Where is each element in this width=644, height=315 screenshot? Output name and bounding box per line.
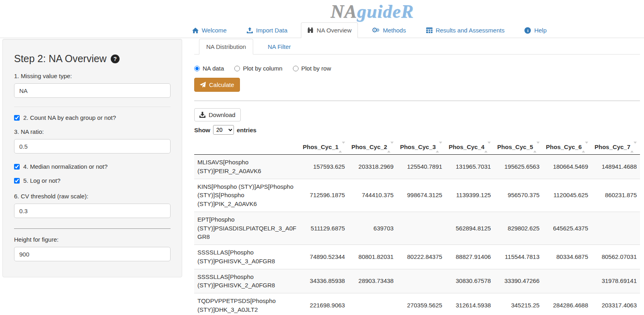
sort-asc-icon [630,143,634,152]
logo-text-guider: guideR [357,1,414,22]
value-cell: 131965.7031 [445,155,494,179]
sort-carets-icon[interactable] [339,143,345,150]
column-header-label: Phos_Cyc_3 [400,143,436,150]
plot-type-radio-group: NA data Plot by column Plot by row [194,65,640,72]
value-cell: 80222.84375 [397,245,445,269]
cv-threshold-input[interactable] [14,204,171,218]
column-header-phos_cyc_3[interactable]: Phos_Cyc_3 [397,139,445,155]
table-icon [426,27,433,33]
table-row: KINS[Phospho (STY)]APS[Phospho (STY)]S[P… [194,179,640,212]
value-cell: 345215.25 [494,293,542,315]
row-id-cell: EPT[Phospho (STY)]PSIASDISLPIATQELR_3_A0… [194,212,299,244]
nav-tab-import-data[interactable]: Import Data [240,22,294,38]
value-cell: 80562.07031 [591,245,640,269]
median-normalization-checkbox[interactable] [14,164,20,170]
sidebar-divider-dark [14,228,171,229]
value-cell: 74890.52344 [299,245,348,269]
value-cell: 30830.67578 [445,269,494,293]
value-cell: 148941.4688 [591,155,640,179]
row-id-cell: KINS[Phospho (STY)]APS[Phospho (STY)]S[P… [194,179,299,212]
sort-carets-icon[interactable] [484,143,491,150]
sort-carets-icon[interactable] [436,143,442,150]
value-cell: 88827.91406 [445,245,494,269]
value-cell: 203317.4063 [591,293,640,315]
value-cell [543,269,591,293]
sort-carets-icon[interactable] [582,143,588,150]
sort-asc-icon [387,143,390,152]
column-header-phos_cyc_6[interactable]: Phos_Cyc_6 [543,139,591,155]
cogs-icon: ⚙⚙ [372,27,380,33]
column-header-label: Phos_Cyc_1 [303,143,338,150]
value-cell [397,212,445,244]
column-header-label: Phos_Cyc_7 [595,143,630,150]
info-circle-icon: i [524,27,531,34]
median-normalization-label: 4. Median normalization or not? [23,163,108,170]
value-cell: 33390.47266 [494,269,542,293]
nav-tab-na-overview[interactable]: NA Overview [301,22,358,38]
value-cell: 998674.3125 [397,179,445,212]
question-circle-icon[interactable]: ? [111,55,120,63]
table-header: Phos_Cyc_1Phos_Cyc_2Phos_Cyc_3Phos_Cyc_4… [194,139,640,155]
radio-plot-by-column[interactable]: Plot by column [234,65,282,72]
log-or-not-checkbox[interactable] [14,178,20,184]
radio-na-data[interactable]: NA data [194,65,224,72]
calculate-button[interactable]: Calculate [194,78,240,92]
value-cell: 511129.6875 [299,212,348,244]
value-cell [348,293,397,315]
column-header-phos_cyc_5[interactable]: Phos_Cyc_5 [494,139,542,155]
main-panel: NA Distribution NA Filter NA data Plot b… [182,39,640,315]
nav-label: Welcome [202,27,227,34]
nav-tab-methods[interactable]: ⚙⚙ Methods [365,22,412,38]
missing-value-type-input[interactable] [14,83,171,98]
sort-carets-icon[interactable] [533,143,540,150]
nav-tab-help[interactable]: i Help [518,22,553,38]
sort-desc-icon [439,141,442,150]
nav-tab-results-assessments[interactable]: Results and Assessments [420,22,511,38]
nav-tab-welcome[interactable]: Welcome [186,22,233,38]
value-cell: 180664.5469 [543,155,591,179]
sort-asc-icon [436,143,439,152]
column-header-label: Phos_Cyc_6 [546,143,582,150]
na-ratio-input[interactable] [14,139,171,153]
column-header-phos_cyc_2[interactable]: Phos_Cyc_2 [348,139,397,155]
value-cell: 34336.85938 [299,269,348,293]
log-or-not-label: 5. Log or not? [23,177,61,184]
sort-desc-icon [634,141,637,150]
sidebar-title: Step 2: NA Overview ? [14,53,171,65]
radio-plot-by-row[interactable]: Plot by row [293,65,331,72]
value-cell [591,212,640,244]
sort-carets-icon[interactable] [630,143,637,150]
value-cell: 28903.73438 [348,269,397,293]
download-button[interactable]: Download [194,108,241,121]
sort-carets-icon[interactable] [387,143,394,150]
table-row: EPT[Phospho (STY)]PSIASDISLPIATQELR_3_A0… [194,212,640,244]
figure-height-input[interactable] [14,247,171,261]
count-na-group-checkbox[interactable] [14,115,20,121]
sidebar-title-text: Step 2: NA Overview [14,53,107,65]
sort-asc-icon [533,143,536,152]
entries-control: Show 20 entries [194,125,640,135]
logo-text-na: NA [331,1,357,22]
column-header-phos_cyc_4[interactable]: Phos_Cyc_4 [445,139,494,155]
radio-plot-by-row-input[interactable] [293,66,299,71]
row-id-cell: SSSSLLAS[Phospho (STY)]PGHISVK_2_A0FGR8 [194,269,299,293]
value-cell: 284286.4688 [543,293,591,315]
row-header-column[interactable] [194,139,299,155]
sort-desc-icon [585,141,588,150]
value-cell: 221698.9063 [299,293,348,315]
download-icon [199,112,205,118]
sidebar-divider [14,107,171,107]
radio-na-data-input[interactable] [194,66,200,71]
column-header-phos_cyc_1[interactable]: Phos_Cyc_1 [299,139,348,155]
radio-plot-by-column-input[interactable] [234,66,240,71]
value-cell: 31978.69141 [591,269,640,293]
tab-na-filter[interactable]: NA Filter [260,39,298,55]
paper-plane-icon [200,82,206,88]
calculate-button-label: Calculate [209,81,234,88]
column-header-phos_cyc_7[interactable]: Phos_Cyc_7 [591,139,640,155]
value-cell: 639703 [348,212,397,244]
page-size-select[interactable]: 20 [213,125,234,135]
tab-na-distribution[interactable]: NA Distribution [199,39,253,55]
sort-asc-icon [339,143,342,152]
column-header-label: Phos_Cyc_2 [351,143,387,150]
